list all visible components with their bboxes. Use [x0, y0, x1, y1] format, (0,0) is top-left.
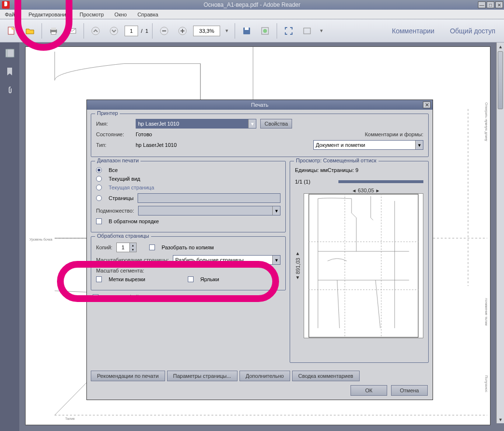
export-pdf-button[interactable] — [4, 23, 19, 39]
doc-label-waist-drop: понижение талии — [485, 298, 488, 326]
page-scaling-combo[interactable]: Разбить большие страницы ▾ — [173, 255, 280, 265]
toolbar: / 1 ▾ ▾ Комментарии Общий доступ — [0, 19, 504, 43]
svg-rect-18 — [7, 49, 14, 57]
range-current-view-label: Текущий вид — [109, 176, 140, 182]
advanced-button[interactable]: Дополнительно — [239, 371, 290, 381]
page-down-button[interactable] — [106, 23, 122, 39]
navigation-panel — [0, 43, 19, 431]
total-pages: 1 — [145, 28, 148, 34]
comments-forms-value: Документ и пометки — [316, 142, 365, 148]
range-current-page-radio[interactable] — [96, 185, 102, 190]
status-label: Состояние: — [96, 131, 132, 137]
printer-group: Принтер Имя: hp LaserJet 1010 ▾ Свойства… — [91, 114, 429, 157]
cut-marks-checkbox[interactable] — [96, 276, 102, 282]
scroll-thumb[interactable] — [498, 51, 503, 109]
read-mode-button[interactable] — [299, 23, 315, 39]
page-sep: / — [141, 28, 142, 34]
scroll-up-arrow[interactable]: ▴ — [497, 43, 504, 50]
vertical-scrollbar[interactable]: ▴ ▾ — [496, 43, 504, 423]
menu-window[interactable]: Окно — [112, 11, 130, 18]
zoom-dropdown[interactable]: ▾ — [223, 23, 231, 39]
svg-point-6 — [110, 27, 118, 35]
printer-name-label: Имя: — [96, 121, 132, 127]
page-indicator: 1/1 (1) — [295, 179, 310, 185]
type-value: hp LaserJet 1010 — [136, 142, 177, 148]
menubar: Файл Редактирование Просмотр Окно Справк… — [0, 10, 504, 19]
cancel-button[interactable]: Отмена — [391, 385, 428, 396]
attachments-icon[interactable] — [5, 85, 14, 95]
chevron-down-icon[interactable]: ▾ — [272, 206, 280, 215]
chevron-down-icon[interactable]: ▾ — [415, 141, 423, 149]
convert-button[interactable] — [257, 23, 273, 39]
zoom-input[interactable] — [193, 26, 220, 36]
svg-point-5 — [92, 27, 99, 35]
doc-label-side: Уровень бочка — [29, 238, 52, 241]
window-title: Основа_А1-вера.pdf - Adobe Reader — [0, 1, 504, 8]
thumbnails-icon[interactable] — [5, 48, 14, 58]
preview-width: 630,05 — [358, 187, 374, 193]
units-pages: Единицы: ммСтраницы: 9 — [295, 167, 358, 173]
pages-input[interactable] — [138, 193, 280, 203]
print-to-file-label: Печать в файл — [105, 294, 142, 300]
range-pages-label: Страницы — [109, 195, 134, 201]
range-all-radio[interactable] — [96, 167, 102, 173]
comments-forms-combo[interactable]: Документ и пометки ▾ — [313, 140, 423, 150]
printer-name-combo[interactable]: hp LaserJet 1010 ▾ — [136, 119, 256, 129]
summarize-comments-button[interactable]: Сводка комментариев — [292, 371, 360, 381]
range-current-page-label: Текущая страница — [109, 185, 154, 190]
menu-edit[interactable]: Редактирование — [26, 11, 72, 18]
range-current-view-radio[interactable] — [96, 176, 102, 182]
chevron-down-icon[interactable]: ▾ — [248, 119, 256, 128]
cut-marks-label: Метки вырезки — [109, 276, 145, 282]
open-button[interactable] — [22, 23, 38, 39]
handling-legend: Обработка страницы — [95, 233, 151, 239]
scale-segment-label: Масштаб сегмента: — [96, 268, 144, 273]
view-dropdown[interactable]: ▾ — [318, 23, 325, 39]
doc-label-halfoverlap: Полузанос — [485, 375, 488, 392]
doc-label-waist: Талия — [65, 417, 75, 420]
chevron-down-icon[interactable]: ▾ — [272, 256, 280, 264]
subset-combo[interactable]: ▾ — [138, 206, 280, 216]
copies-label: Копий: — [96, 244, 112, 250]
labels-label: Ярлыки — [200, 276, 219, 282]
svg-rect-16 — [304, 28, 310, 34]
properties-button[interactable]: Свойства — [260, 119, 292, 129]
dialog-title: Печать — [87, 102, 433, 108]
bookmarks-icon[interactable] — [5, 67, 14, 76]
zoom-out-button[interactable] — [156, 23, 172, 39]
scroll-down-arrow[interactable]: ▾ — [497, 416, 504, 423]
range-pages-radio[interactable] — [96, 195, 102, 201]
menu-file[interactable]: Файл — [2, 11, 21, 18]
preview-height: 891,03 — [295, 258, 301, 274]
svg-rect-3 — [51, 32, 56, 34]
print-dialog: Печать ✕ Принтер Имя: hp LaserJet 1010 ▾… — [86, 100, 433, 400]
save-button[interactable] — [239, 23, 254, 39]
menu-view[interactable]: Просмотр — [77, 11, 107, 18]
email-button[interactable] — [64, 23, 80, 39]
copies-spinner[interactable]: 1▲▼ — [116, 243, 137, 252]
comments-panel-button[interactable]: Комментарии — [387, 24, 439, 38]
current-page-input[interactable] — [125, 26, 138, 36]
range-legend: Диапазон печати — [95, 158, 140, 163]
svg-rect-21 — [309, 194, 418, 337]
ok-button[interactable]: ОК — [350, 385, 387, 396]
labels-checkbox[interactable] — [188, 276, 194, 282]
page-handling-group: Обработка страницы Копий: 1▲▼ Разобрать … — [91, 236, 286, 290]
menu-help[interactable]: Справка — [135, 11, 161, 18]
collate-label: Разобрать по копиям — [162, 244, 214, 250]
fullscreen-button[interactable] — [281, 23, 296, 39]
zoom-in-button[interactable] — [175, 23, 190, 39]
collate-checkbox[interactable] — [149, 244, 155, 250]
page-setup-button[interactable]: Параметры страницы... — [167, 371, 238, 381]
type-label: Тип: — [96, 142, 132, 148]
reverse-order-checkbox[interactable] — [96, 218, 102, 224]
share-panel-button[interactable]: Общий доступ — [445, 24, 500, 38]
window-titlebar: Основа_А1-вера.pdf - Adobe Reader — □ ✕ — [0, 0, 504, 10]
dialog-titlebar[interactable]: Печать ✕ — [87, 100, 433, 110]
print-button[interactable] — [46, 23, 61, 39]
page-up-button[interactable] — [88, 23, 103, 39]
preview-slider[interactable] — [338, 180, 423, 183]
svg-rect-2 — [51, 28, 56, 30]
print-to-file-checkbox[interactable] — [93, 294, 98, 300]
printing-tips-button[interactable]: Рекомендации по печати — [91, 371, 165, 381]
